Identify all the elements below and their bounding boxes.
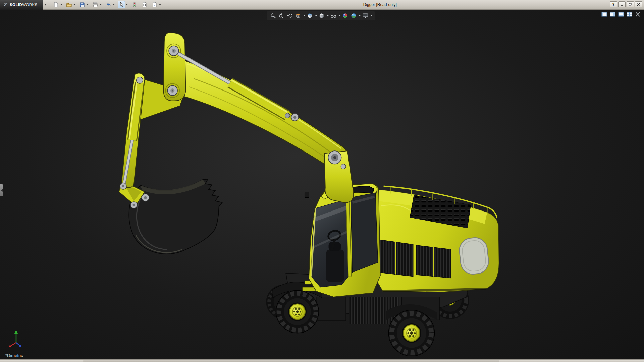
undo-arrow-icon	[106, 2, 111, 7]
pane-controls	[601, 12, 641, 17]
section-view-button[interactable]	[294, 12, 302, 20]
rebuild-stoplight-icon	[132, 2, 137, 7]
model-mirror	[305, 192, 309, 198]
menu-expand-arrow[interactable]	[43, 0, 48, 10]
close-icon	[637, 3, 640, 6]
chevron-down-icon[interactable]	[303, 12, 306, 20]
model-body[interactable]	[266, 151, 499, 356]
glasses-icon	[330, 13, 336, 19]
zoom-to-area-button[interactable]	[277, 12, 285, 20]
rebuild-button[interactable]	[131, 1, 138, 8]
orientation-triad	[7, 329, 28, 351]
expand-left-pane-button[interactable]	[601, 12, 607, 17]
minimize-button[interactable]	[618, 1, 626, 7]
model-boom[interactable]	[182, 61, 348, 170]
edit-appearance-button[interactable]	[341, 12, 349, 20]
view-settings-icon	[362, 13, 368, 19]
save-floppy-icon	[79, 2, 85, 7]
view-settings-button[interactable]	[361, 12, 369, 20]
options-button[interactable]	[141, 1, 148, 8]
printer-icon	[93, 2, 98, 7]
horizontal-scrollbar[interactable]	[0, 359, 644, 362]
solidworks-logo[interactable]: SOLIDWORKS	[0, 0, 43, 10]
heads-up-view-toolbar	[267, 11, 375, 20]
options-gear-icon	[142, 2, 147, 7]
previous-view-button[interactable]	[286, 12, 294, 20]
close-viewport-icon	[635, 12, 641, 17]
view-orientation-label: *Dimetric	[5, 353, 23, 358]
open-folder-icon	[66, 2, 72, 7]
window-controls: ?	[610, 1, 642, 7]
brand-bold: SOLID	[10, 3, 22, 7]
triad-y-axis	[14, 330, 18, 334]
chevron-down-icon[interactable]	[73, 1, 76, 8]
chevron-down-icon[interactable]	[314, 12, 317, 20]
view-orientation-button[interactable]	[306, 12, 314, 20]
model-engine-housing[interactable]	[375, 186, 499, 292]
select-tool-button[interactable]	[118, 1, 125, 8]
3ds-logo-icon	[3, 2, 8, 7]
close-viewport-button[interactable]	[635, 12, 641, 17]
chevron-down-icon[interactable]	[358, 12, 361, 20]
new-document-button[interactable]	[52, 1, 60, 8]
minimize-icon	[620, 3, 624, 6]
chevron-down-icon[interactable]	[60, 1, 63, 8]
cursor-arrow-icon	[119, 2, 124, 7]
model-side-window	[351, 193, 378, 272]
save-button[interactable]	[78, 1, 86, 8]
chevron-down-icon[interactable]	[125, 1, 128, 8]
model-bucket[interactable]	[129, 179, 222, 254]
close-button[interactable]	[635, 1, 642, 7]
chevron-down-icon[interactable]	[338, 12, 341, 20]
help-button[interactable]: ?	[610, 1, 617, 7]
chevron-down-icon[interactable]	[112, 1, 115, 8]
brand-light: WORKS	[22, 3, 37, 7]
display-style-button[interactable]	[318, 12, 326, 20]
zoom-area-icon	[278, 13, 284, 19]
previous-view-icon	[287, 13, 293, 19]
expand-bottom-pane-icon	[618, 12, 624, 17]
file-properties-button[interactable]	[151, 1, 158, 8]
zoom-to-fit-button[interactable]	[269, 12, 277, 20]
expand-right-pane-button[interactable]	[610, 12, 615, 17]
chevron-down-icon[interactable]	[99, 1, 102, 8]
chevron-down-icon[interactable]	[86, 1, 89, 8]
restore-icon	[629, 3, 632, 6]
hide-show-items-button[interactable]	[329, 12, 337, 20]
file-properties-icon	[152, 2, 157, 7]
model-wheel-front-left[interactable]	[276, 290, 319, 333]
brand-wordmark: SOLIDWORKS	[10, 3, 38, 7]
expand-right-pane-icon	[610, 12, 615, 17]
model-wheel-front-right[interactable]	[388, 310, 434, 356]
main-toolbar	[52, 1, 163, 8]
expand-left-pane-icon	[601, 12, 607, 17]
zoom-fit-icon	[270, 13, 276, 19]
chevron-down-icon[interactable]	[370, 12, 373, 20]
print-button[interactable]	[92, 1, 99, 8]
chevron-down-icon[interactable]	[158, 1, 161, 8]
split-view-icon	[627, 12, 632, 17]
expand-bottom-pane-button[interactable]	[618, 12, 624, 17]
viewport-3d[interactable]: *Dimetric	[0, 10, 644, 359]
undo-button[interactable]	[105, 1, 112, 8]
featuremanager-collapse-tab[interactable]	[0, 184, 3, 196]
apply-scene-button[interactable]	[350, 12, 358, 20]
scene-sphere-icon	[351, 13, 357, 19]
display-style-cube-icon	[319, 13, 325, 19]
scrollbar-thumb[interactable]	[83, 360, 499, 362]
section-view-icon	[295, 13, 301, 19]
split-view-button[interactable]	[627, 12, 632, 17]
restore-button[interactable]	[627, 1, 634, 7]
excavator-model	[0, 10, 644, 359]
model-seat	[326, 249, 344, 282]
open-button[interactable]	[65, 1, 73, 8]
titlebar: SOLIDWORKS	[0, 0, 644, 10]
chevron-down-icon[interactable]	[326, 12, 329, 20]
appearance-ball-icon	[342, 13, 348, 19]
view-orientation-cube-icon	[307, 13, 313, 19]
new-document-icon	[53, 2, 59, 7]
window-title: Digger [Read-only]	[363, 0, 397, 10]
solidworks-window: SOLIDWORKS	[0, 0, 644, 362]
